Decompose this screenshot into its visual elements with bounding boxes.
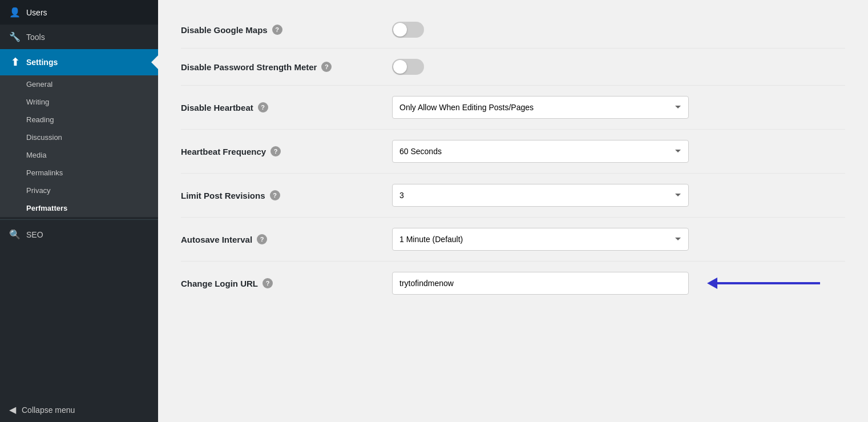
sidebar-label-tools: Tools <box>26 33 45 42</box>
sidebar-label-users: Users <box>26 8 47 17</box>
collapse-icon: ◀ <box>9 404 16 415</box>
settings-row-heartbeat-frequency: Heartbeat Frequency?15 Seconds30 Seconds… <box>181 130 845 174</box>
settings-control-disable-password-strength <box>392 59 845 75</box>
settings-label-disable-password-strength: Disable Password Strength Meter? <box>181 62 392 72</box>
collapse-label: Collapse menu <box>22 405 75 415</box>
sidebar-sub-writing[interactable]: Writing <box>0 93 158 111</box>
sidebar-item-tools[interactable]: 🔧 Tools <box>0 25 158 49</box>
sidebar: 👤 Users 🔧 Tools ⬆ Settings General Writi… <box>0 0 158 422</box>
input-change-login-url[interactable] <box>392 272 689 295</box>
sidebar-label-seo: SEO <box>26 230 43 239</box>
settings-row-change-login-url: Change Login URL? <box>181 262 845 305</box>
settings-label-heartbeat-frequency: Heartbeat Frequency? <box>181 146 392 156</box>
settings-label-disable-heartbeat: Disable Heartbeat? <box>181 102 392 112</box>
help-icon-disable-password-strength[interactable]: ? <box>321 62 332 72</box>
settings-control-autosave-interval: 1 Minute (Default)2 Minutes5 Minutes10 M… <box>392 228 845 251</box>
sidebar-item-seo[interactable]: 🔍 SEO <box>0 222 158 247</box>
settings-label-change-login-url: Change Login URL? <box>181 278 392 288</box>
settings-control-heartbeat-frequency: 15 Seconds30 Seconds60 Seconds120 Second… <box>392 140 845 163</box>
settings-label-limit-post-revisions: Limit Post Revisions? <box>181 190 392 200</box>
collapse-menu-button[interactable]: ◀ Collapse menu <box>0 397 158 422</box>
tools-icon: 🔧 <box>9 31 21 42</box>
sidebar-sub-permalinks[interactable]: Permalinks <box>0 164 158 182</box>
help-icon-disable-heartbeat[interactable]: ? <box>258 102 268 112</box>
select-heartbeat-frequency[interactable]: 15 Seconds30 Seconds60 Seconds120 Second… <box>392 140 689 163</box>
sidebar-sub-discussion[interactable]: Discussion <box>0 128 158 146</box>
settings-row-disable-password-strength: Disable Password Strength Meter? <box>181 49 845 86</box>
sidebar-sub-general[interactable]: General <box>0 75 158 93</box>
settings-row-autosave-interval: Autosave Interval?1 Minute (Default)2 Mi… <box>181 218 845 262</box>
sidebar-label-settings: Settings <box>26 58 58 67</box>
settings-control-disable-heartbeat: Only Allow When Editing Posts/PagesDisab… <box>392 96 845 119</box>
sidebar-sub-perfmatters[interactable]: Perfmatters <box>0 199 158 217</box>
sidebar-sub-media[interactable]: Media <box>0 146 158 164</box>
help-icon-heartbeat-frequency[interactable]: ? <box>271 146 281 156</box>
sidebar-sub-reading[interactable]: Reading <box>0 111 158 128</box>
main-content: Disable Google Maps?Disable Password Str… <box>158 0 868 422</box>
select-disable-heartbeat[interactable]: Only Allow When Editing Posts/PagesDisab… <box>392 96 689 119</box>
toggle-disable-password-strength[interactable] <box>392 59 424 75</box>
arrow-annotation <box>707 278 820 289</box>
settings-icon: ⬆ <box>9 56 21 69</box>
toggle-disable-google-maps[interactable] <box>392 22 424 38</box>
sidebar-item-users[interactable]: 👤 Users <box>0 0 158 25</box>
sidebar-item-settings[interactable]: ⬆ Settings <box>0 49 158 75</box>
arrow-line <box>717 282 820 284</box>
arrow-head-icon <box>707 278 717 289</box>
help-icon-disable-google-maps[interactable]: ? <box>272 25 282 35</box>
settings-label-autosave-interval: Autosave Interval? <box>181 234 392 244</box>
help-icon-change-login-url[interactable]: ? <box>263 278 273 288</box>
active-arrow <box>151 55 158 69</box>
settings-row-disable-google-maps: Disable Google Maps? <box>181 11 845 49</box>
users-icon: 👤 <box>9 7 21 18</box>
help-icon-autosave-interval[interactable]: ? <box>257 234 267 244</box>
settings-label-disable-google-maps: Disable Google Maps? <box>181 25 392 35</box>
settings-control-disable-google-maps <box>392 22 845 38</box>
settings-control-change-login-url <box>392 272 845 295</box>
help-icon-limit-post-revisions[interactable]: ? <box>270 190 280 200</box>
settings-control-limit-post-revisions: 12345Unlimited <box>392 184 845 207</box>
settings-row-disable-heartbeat: Disable Heartbeat?Only Allow When Editin… <box>181 86 845 130</box>
sidebar-divider <box>0 219 158 220</box>
settings-table: Disable Google Maps?Disable Password Str… <box>158 0 868 316</box>
seo-icon: 🔍 <box>9 229 21 240</box>
settings-row-limit-post-revisions: Limit Post Revisions?12345Unlimited <box>181 174 845 218</box>
select-limit-post-revisions[interactable]: 12345Unlimited <box>392 184 689 207</box>
sidebar-sub-privacy[interactable]: Privacy <box>0 182 158 199</box>
settings-submenu: General Writing Reading Discussion Media… <box>0 75 158 217</box>
select-autosave-interval[interactable]: 1 Minute (Default)2 Minutes5 Minutes10 M… <box>392 228 689 251</box>
